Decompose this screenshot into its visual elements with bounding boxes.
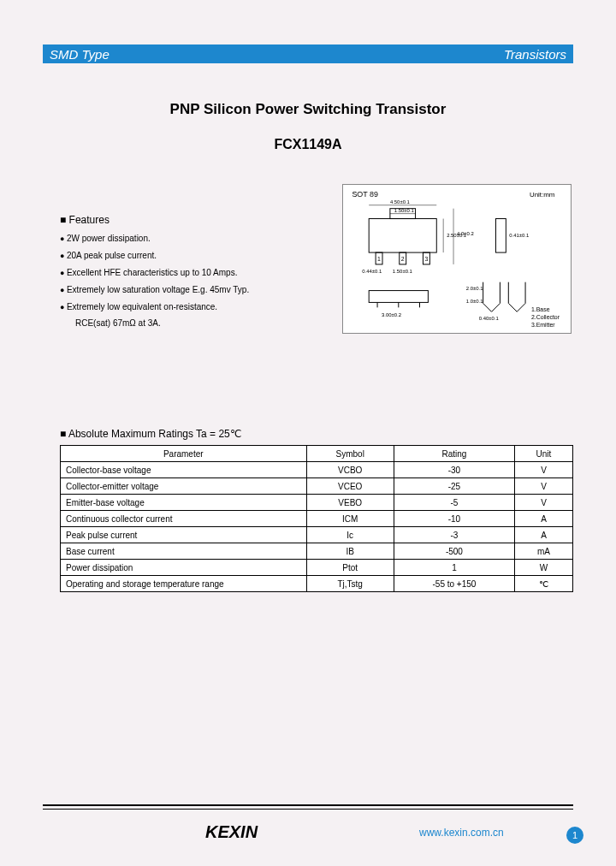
feature-subtext: RCE(sat) 67mΩ at 3A. xyxy=(75,318,299,328)
svg-text:0.41±0.1: 0.41±0.1 xyxy=(509,233,529,238)
col-parameter: Parameter xyxy=(61,446,307,462)
svg-text:3.Emitter: 3.Emitter xyxy=(531,322,555,328)
table-row: Collector-base voltageVCBO-30V xyxy=(61,462,573,478)
svg-rect-20 xyxy=(369,291,428,303)
svg-text:1.0±0.1: 1.0±0.1 xyxy=(466,299,483,304)
cell-unit: mA xyxy=(514,543,572,560)
table-row: Operating and storage temperature rangeT… xyxy=(61,576,573,592)
cell-rating: -55 to +150 xyxy=(394,576,514,592)
page-number: 1 xyxy=(566,827,583,844)
cell-symbol: Ptot xyxy=(306,560,394,576)
footer-rule-thick xyxy=(43,804,573,806)
svg-text:2.0±0.1: 2.0±0.1 xyxy=(466,286,483,291)
cell-parameter: Collector-emitter voltage xyxy=(61,478,307,495)
cell-unit: V xyxy=(514,478,572,495)
ratings-heading: Absolute Maximum Ratings Ta = 25℃ xyxy=(60,428,573,440)
table-row: Base currentIB-500mA xyxy=(61,543,573,560)
cell-symbol: IB xyxy=(306,543,394,560)
header-bar: SMD Type Transistors xyxy=(43,44,573,63)
col-rating: Rating xyxy=(394,446,514,462)
table-row: Collector-emitter voltageVCEO-25V xyxy=(61,478,573,495)
svg-text:1.50±0.1: 1.50±0.1 xyxy=(393,269,412,274)
svg-text:3: 3 xyxy=(424,256,428,262)
part-number: FCX1149A xyxy=(0,137,616,152)
cell-parameter: Continuous collector current xyxy=(61,511,307,527)
cell-symbol: Tj,Tstg xyxy=(306,576,394,592)
svg-text:1: 1 xyxy=(377,256,381,262)
header-left: SMD Type xyxy=(50,47,110,62)
cell-symbol: VCBO xyxy=(306,462,394,478)
cell-rating: 1 xyxy=(394,560,514,576)
cell-rating: -3 xyxy=(394,527,514,543)
cell-rating: -500 xyxy=(394,543,514,560)
cell-parameter: Base current xyxy=(61,543,307,560)
cell-unit: ℃ xyxy=(514,576,572,592)
footer-rule-thin xyxy=(43,809,573,810)
table-header-row: Parameter Symbol Rating Unit xyxy=(61,446,573,462)
cell-unit: A xyxy=(514,511,572,527)
cell-parameter: Power dissipation xyxy=(61,560,307,576)
svg-text:0.44±0.1: 0.44±0.1 xyxy=(362,269,382,274)
svg-text:4.50±0.1: 4.50±0.1 xyxy=(390,199,410,205)
cell-symbol: Ic xyxy=(306,527,394,543)
cell-parameter: Emitter-base voltage xyxy=(61,495,307,511)
svg-text:0.40±0.1: 0.40±0.1 xyxy=(479,316,499,321)
svg-text:4.0±0.2: 4.0±0.2 xyxy=(457,231,474,236)
cell-unit: A xyxy=(514,527,572,543)
feature-item: Excellent HFE characteristics up to 10 A… xyxy=(60,267,299,279)
col-unit: Unit xyxy=(514,446,572,462)
cell-rating: -30 xyxy=(394,462,514,478)
cell-symbol: ICM xyxy=(306,511,394,527)
cell-symbol: VCEO xyxy=(306,478,394,495)
title-block: PNP Silicon Power Switching Transistor F… xyxy=(0,101,616,152)
svg-rect-18 xyxy=(495,219,506,253)
table-row: Power dissipationPtot1W xyxy=(61,560,573,576)
cell-rating: -5 xyxy=(394,495,514,511)
ratings-table: Parameter Symbol Rating Unit Collector-b… xyxy=(60,445,573,592)
svg-rect-0 xyxy=(369,219,436,253)
svg-text:1.Base: 1.Base xyxy=(531,306,550,312)
cell-symbol: VEBO xyxy=(306,495,394,511)
table-row: Peak pulse currentIc-3A xyxy=(61,527,573,543)
svg-text:1.50±0.1: 1.50±0.1 xyxy=(394,208,414,213)
col-symbol: Symbol xyxy=(306,446,394,462)
brand-logo: KEXIN xyxy=(205,822,258,842)
cell-rating: -10 xyxy=(394,511,514,527)
features-section: Features 2W power dissipation. 20A peak … xyxy=(60,214,299,333)
svg-text:3.00±0.2: 3.00±0.2 xyxy=(382,312,401,317)
cell-parameter: Collector-base voltage xyxy=(61,462,307,478)
cell-rating: -25 xyxy=(394,478,514,495)
features-list: 2W power dissipation. 20A peak pulse cur… xyxy=(60,233,299,313)
package-diagram: SOT 89 Unit:mm 1 2 3 4.50±0.1 1.50±0.1 2… xyxy=(342,184,572,334)
feature-item: Extremely low equivalent on-resistance. xyxy=(60,301,299,313)
table-row: Emitter-base voltageVEBO-5V xyxy=(61,495,573,511)
ratings-section: Absolute Maximum Ratings Ta = 25℃ Parame… xyxy=(60,428,573,592)
svg-text:2: 2 xyxy=(401,256,405,262)
feature-item: 20A peak pulse current. xyxy=(60,250,299,262)
cell-parameter: Operating and storage temperature range xyxy=(61,576,307,592)
table-row: Continuous collector currentICM-10A xyxy=(61,511,573,527)
feature-item: Extremely low saturation voltage E.g. 45… xyxy=(60,284,299,296)
svg-text:2.Collector: 2.Collector xyxy=(531,314,560,320)
document-title: PNP Silicon Power Switching Transistor xyxy=(0,101,616,118)
unit-label: Unit:mm xyxy=(530,191,555,199)
cell-parameter: Peak pulse current xyxy=(61,527,307,543)
cell-unit: W xyxy=(514,560,572,576)
features-heading: Features xyxy=(60,214,299,226)
feature-item: 2W power dissipation. xyxy=(60,233,299,245)
cell-unit: V xyxy=(514,495,572,511)
header-right: Transistors xyxy=(504,47,566,62)
cell-unit: V xyxy=(514,462,572,478)
package-label: SOT 89 xyxy=(352,190,377,199)
footer-url: www.kexin.com.cn xyxy=(419,827,504,839)
